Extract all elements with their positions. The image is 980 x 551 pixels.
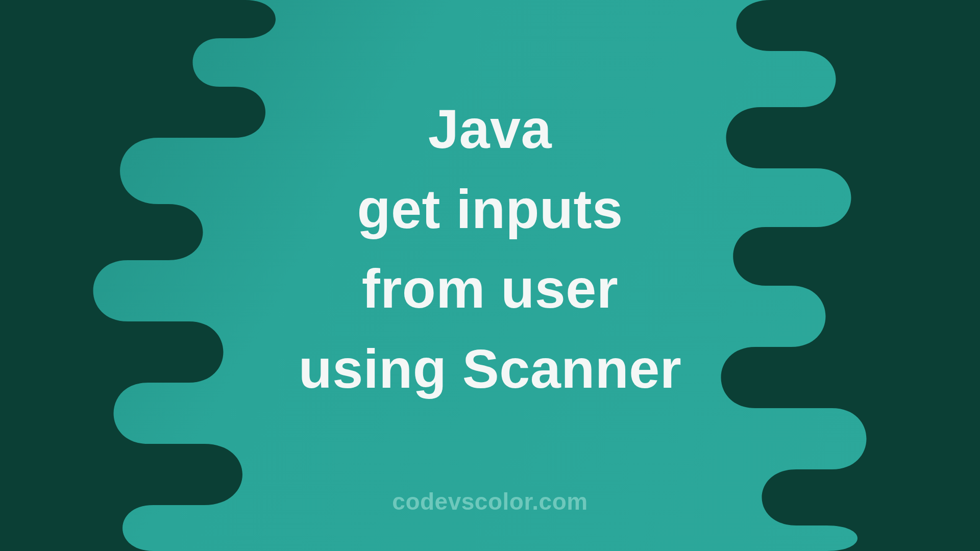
attribution-text: codevscolor.com [0,488,980,515]
title-line-2: get inputs [0,169,980,249]
title-line-1: Java [0,89,980,169]
banner-canvas: Java get inputs from user using Scanner … [0,0,980,551]
banner-title: Java get inputs from user using Scanner [0,89,980,409]
title-line-4: using Scanner [0,329,980,409]
title-line-3: from user [0,249,980,329]
